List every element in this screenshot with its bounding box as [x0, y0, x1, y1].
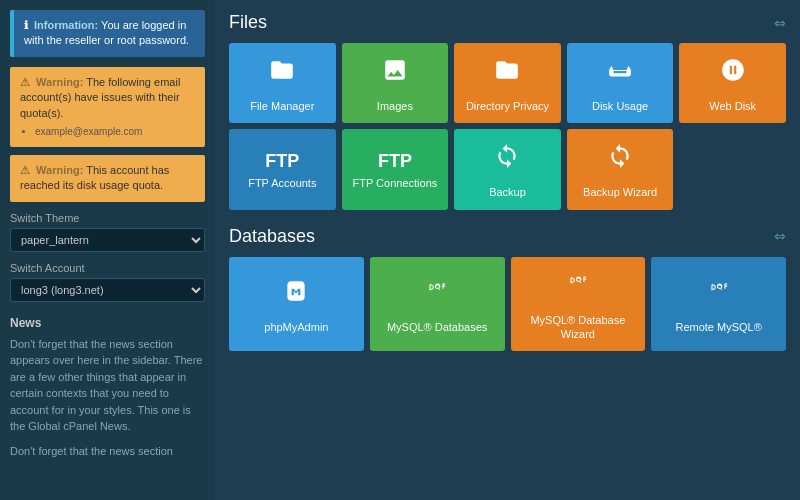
- disk-usage-icon: [607, 57, 633, 93]
- databases-section-header: Databases ⇔: [229, 226, 786, 247]
- warning-label-1: Warning:: [36, 76, 83, 88]
- file-manager-label: File Manager: [250, 99, 314, 113]
- info-icon: ℹ: [24, 19, 28, 31]
- directory-privacy-label: Directory Privacy: [466, 99, 549, 113]
- sidebar: ℹ Information: You are logged in with th…: [0, 0, 215, 500]
- info-label: Information:: [34, 19, 98, 31]
- mysql-database-wizard-label: MySQL® Database Wizard: [519, 313, 638, 342]
- file-manager-icon: [269, 57, 295, 93]
- tile-web-disk[interactable]: Web Disk: [679, 43, 786, 123]
- backup-wizard-label: Backup Wizard: [583, 185, 657, 199]
- files-expand-icon[interactable]: ⇔: [774, 15, 786, 31]
- switch-theme-label: Switch Theme: [10, 212, 205, 224]
- ftp-accounts-label: FTP Accounts: [248, 176, 316, 190]
- theme-select[interactable]: paper_lantern: [10, 228, 205, 252]
- news-text-2: Don't forget that the news section: [10, 443, 205, 460]
- info-box: ℹ Information: You are logged in with th…: [10, 10, 205, 57]
- files-section-title: Files: [229, 12, 267, 33]
- files-section-header: Files ⇔: [229, 12, 786, 33]
- backup-wizard-icon: [607, 143, 633, 179]
- warning-box-2: ⚠ Warning: This account has reached its …: [10, 155, 205, 202]
- tile-ftp-connections[interactable]: FTP FTP Connections: [342, 129, 449, 209]
- empty-tile: [679, 129, 786, 209]
- switch-account-label: Switch Account: [10, 262, 205, 274]
- warning-label-2: Warning:: [36, 164, 83, 176]
- tile-disk-usage[interactable]: Disk Usage: [567, 43, 674, 123]
- databases-section: Databases ⇔ phpMyAdmin MySQL® Databases: [229, 226, 786, 352]
- ftp-connections-icon: FTP: [378, 152, 412, 170]
- warning-icon-1: ⚠: [20, 76, 30, 88]
- warning-box-1: ⚠ Warning: The following email account(s…: [10, 67, 205, 147]
- backup-icon: [494, 143, 520, 179]
- databases-tiles-grid: phpMyAdmin MySQL® Databases MySQL® Datab…: [229, 257, 786, 352]
- tile-remote-mysql[interactable]: Remote MySQL®: [651, 257, 786, 352]
- remote-mysql-label: Remote MySQL®: [675, 320, 761, 334]
- remote-mysql-icon: [706, 278, 732, 314]
- account-select[interactable]: long3 (long3.net): [10, 278, 205, 302]
- tile-phpmyadmin[interactable]: phpMyAdmin: [229, 257, 364, 352]
- tile-backup-wizard[interactable]: Backup Wizard: [567, 129, 674, 209]
- images-label: Images: [377, 99, 413, 113]
- tile-mysql-databases[interactable]: MySQL® Databases: [370, 257, 505, 352]
- web-disk-icon: [720, 57, 746, 93]
- ftp-accounts-icon: FTP: [265, 152, 299, 170]
- warning-list-1: example@example.com: [35, 125, 195, 139]
- directory-privacy-icon: [494, 57, 520, 93]
- tile-directory-privacy[interactable]: Directory Privacy: [454, 43, 561, 123]
- phpmyadmin-label: phpMyAdmin: [264, 320, 328, 334]
- phpmyadmin-icon: [283, 278, 309, 314]
- images-icon: [382, 57, 408, 93]
- warning-icon-2: ⚠: [20, 164, 30, 176]
- mysql-databases-label: MySQL® Databases: [387, 320, 487, 334]
- databases-section-title: Databases: [229, 226, 315, 247]
- mysql-database-wizard-icon: [565, 271, 591, 307]
- news-section: News Don't forget that the news section …: [10, 316, 205, 460]
- files-section: Files ⇔ File Manager Images: [229, 12, 786, 210]
- tile-backup[interactable]: Backup: [454, 129, 561, 209]
- news-text-1: Don't forget that the news section appea…: [10, 336, 205, 435]
- mysql-databases-icon: [424, 278, 450, 314]
- files-tiles-grid: File Manager Images Directory Privacy: [229, 43, 786, 210]
- databases-expand-icon[interactable]: ⇔: [774, 228, 786, 244]
- backup-label: Backup: [489, 185, 526, 199]
- warning-list-item-1: example@example.com: [35, 125, 195, 139]
- web-disk-label: Web Disk: [709, 99, 756, 113]
- tile-images[interactable]: Images: [342, 43, 449, 123]
- news-title: News: [10, 316, 205, 330]
- tile-ftp-accounts[interactable]: FTP FTP Accounts: [229, 129, 336, 209]
- tile-file-manager[interactable]: File Manager: [229, 43, 336, 123]
- tile-mysql-database-wizard[interactable]: MySQL® Database Wizard: [511, 257, 646, 352]
- ftp-connections-label: FTP Connections: [352, 176, 437, 190]
- disk-usage-label: Disk Usage: [592, 99, 648, 113]
- main-content: Files ⇔ File Manager Images: [215, 0, 800, 500]
